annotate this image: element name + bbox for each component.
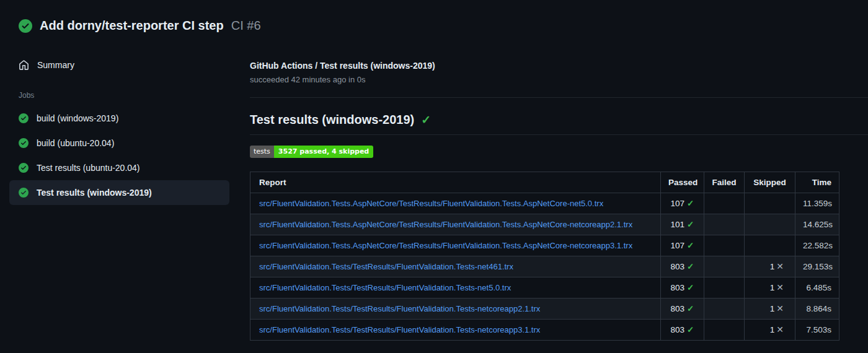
- passed-cell: 803✓: [661, 319, 704, 340]
- time-cell: 11.359s: [795, 193, 839, 214]
- report-cell: src/FluentValidation.Tests.AspNetCore/Te…: [250, 193, 661, 214]
- passed-cell: 803✓: [661, 256, 704, 277]
- report-link[interactable]: src/FluentValidation.Tests/TestResults/F…: [259, 304, 540, 313]
- tests-badge: tests 3527 passed, 4 skipped: [250, 146, 373, 158]
- run-status-success-icon: [19, 19, 32, 33]
- sidebar-job-label: build (windows-2019): [37, 113, 118, 123]
- failed-cell: [704, 235, 745, 256]
- failed-cell: [704, 256, 745, 277]
- tests-badge-value: 3527 passed, 4 skipped: [274, 146, 373, 158]
- badge-row: tests 3527 passed, 4 skipped: [250, 145, 868, 158]
- table-header-row: Report Passed Failed Skipped Time: [250, 172, 839, 193]
- failed-cell: [704, 277, 745, 298]
- report-link[interactable]: src/FluentValidation.Tests/TestResults/F…: [259, 283, 511, 292]
- passed-check-icon: ✓: [687, 304, 694, 313]
- passed-check-icon: ✓: [687, 325, 694, 334]
- table-row: src/FluentValidation.Tests/TestResults/F…: [250, 256, 839, 277]
- report-link[interactable]: src/FluentValidation.Tests/TestResults/F…: [259, 325, 540, 334]
- sidebar-job-label: Test results (ubuntu-20.04): [37, 163, 140, 173]
- report-link[interactable]: src/FluentValidation.Tests.AspNetCore/Te…: [259, 241, 632, 250]
- passed-cell: 803✓: [661, 277, 704, 298]
- skipped-x-icon: ✕: [776, 261, 784, 271]
- report-link[interactable]: src/FluentValidation.Tests.AspNetCore/Te…: [259, 199, 603, 208]
- time-cell: 22.582s: [795, 235, 839, 256]
- column-header-failed: Failed: [704, 172, 745, 193]
- time-cell: 7.503s: [795, 319, 839, 340]
- skipped-x-icon: ✕: [776, 282, 784, 292]
- table-row: src/FluentValidation.Tests/TestResults/F…: [250, 298, 839, 319]
- sidebar: Summary Jobs build (windows-2019) build …: [0, 53, 239, 205]
- failed-cell: [704, 319, 745, 340]
- job-status-success-icon: [19, 113, 29, 123]
- job-status-success-icon: [19, 138, 29, 148]
- skipped-cell: [745, 193, 795, 214]
- skipped-cell: 1✕: [745, 319, 795, 340]
- passed-check-icon: ✓: [687, 241, 694, 250]
- column-header-passed: Passed: [661, 172, 704, 193]
- skipped-x-icon: ✕: [776, 303, 784, 313]
- sidebar-job-item[interactable]: build (windows-2019): [9, 106, 229, 131]
- passed-check-icon: ✓: [687, 220, 694, 229]
- sidebar-item-summary[interactable]: Summary: [9, 53, 229, 77]
- sidebar-job-item[interactable]: Test results (ubuntu-20.04): [9, 155, 229, 180]
- report-link[interactable]: src/FluentValidation.Tests.AspNetCore/Te…: [259, 220, 632, 229]
- passed-check-icon: ✓: [687, 199, 694, 208]
- run-title: Add dorny/test-reporter CI step: [40, 19, 224, 33]
- job-status-success-icon: [19, 163, 29, 173]
- divider: [250, 134, 868, 135]
- report-cell: src/FluentValidation.Tests/TestResults/F…: [250, 256, 661, 277]
- report-cell: src/FluentValidation.Tests/TestResults/F…: [250, 277, 661, 298]
- time-cell: 6.485s: [795, 277, 839, 298]
- home-icon: [19, 60, 29, 71]
- passed-cell: 803✓: [661, 298, 704, 319]
- sidebar-job-item[interactable]: Test results (windows-2019): [9, 180, 229, 205]
- job-status-success-icon: [19, 188, 29, 198]
- test-results-table: Report Passed Failed Skipped Time src/Fl…: [250, 172, 839, 341]
- table-row: src/FluentValidation.Tests.AspNetCore/Te…: [250, 235, 839, 256]
- time-cell: 8.864s: [795, 298, 839, 319]
- check-run-status-text: succeeded 42 minutes ago in 0s: [250, 75, 868, 84]
- check-run-title: GitHub Actions / Test results (windows-2…: [250, 61, 868, 71]
- tests-badge-label: tests: [250, 146, 274, 158]
- report-cell: src/FluentValidation.Tests.AspNetCore/Te…: [250, 214, 661, 235]
- column-header-report: Report: [250, 172, 661, 193]
- sidebar-jobs-heading: Jobs: [19, 91, 239, 100]
- divider: [250, 97, 868, 98]
- skipped-cell: 1✕: [745, 277, 795, 298]
- passed-check-icon: ✓: [687, 262, 694, 271]
- report-cell: src/FluentValidation.Tests/TestResults/F…: [250, 298, 661, 319]
- time-cell: 14.625s: [795, 214, 839, 235]
- passed-cell: 107✓: [661, 235, 704, 256]
- sidebar-job-item[interactable]: build (ubuntu-20.04): [9, 131, 229, 155]
- skipped-x-icon: ✕: [776, 325, 784, 334]
- table-row: src/FluentValidation.Tests/TestResults/F…: [250, 319, 839, 340]
- skipped-cell: [745, 214, 795, 235]
- report-link[interactable]: src/FluentValidation.Tests/TestResults/F…: [259, 262, 513, 271]
- report-cell: src/FluentValidation.Tests.AspNetCore/Te…: [250, 235, 661, 256]
- section-title-row: Test results (windows-2019) ✓: [250, 113, 868, 127]
- passed-cell: 107✓: [661, 193, 704, 214]
- table-row: src/FluentValidation.Tests.AspNetCore/Te…: [250, 193, 839, 214]
- skipped-cell: [745, 235, 795, 256]
- sidebar-job-label: Test results (windows-2019): [37, 188, 152, 198]
- section-title: Test results (windows-2019): [250, 113, 414, 127]
- failed-cell: [704, 193, 745, 214]
- time-cell: 29.153s: [795, 256, 839, 277]
- passed-cell: 101✓: [661, 214, 704, 235]
- table-row: src/FluentValidation.Tests.AspNetCore/Te…: [250, 214, 839, 235]
- main-content: GitHub Actions / Test results (windows-2…: [250, 61, 868, 341]
- sidebar-job-label: build (ubuntu-20.04): [37, 138, 114, 148]
- sidebar-jobs-list: build (windows-2019) build (ubuntu-20.04…: [0, 106, 239, 205]
- column-header-time: Time: [795, 172, 839, 193]
- sidebar-summary-label: Summary: [37, 60, 74, 70]
- skipped-cell: 1✕: [745, 256, 795, 277]
- run-number: CI #6: [231, 19, 261, 33]
- success-check-icon: ✓: [421, 113, 431, 127]
- report-cell: src/FluentValidation.Tests/TestResults/F…: [250, 319, 661, 340]
- skipped-cell: 1✕: [745, 298, 795, 319]
- failed-cell: [704, 298, 745, 319]
- column-header-skipped: Skipped: [745, 172, 795, 193]
- table-row: src/FluentValidation.Tests/TestResults/F…: [250, 277, 839, 298]
- run-header: Add dorny/test-reporter CI step CI #6: [19, 19, 261, 33]
- failed-cell: [704, 214, 745, 235]
